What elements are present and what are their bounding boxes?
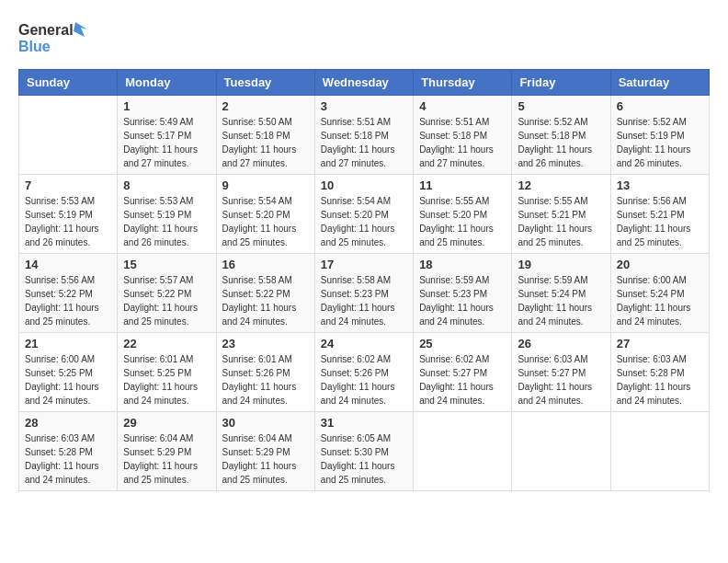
- day-number: 25: [419, 337, 506, 350]
- cell-week4-day4: 24Sunrise: 6:02 AMSunset: 5:26 PMDayligh…: [314, 333, 413, 412]
- header-day-tuesday: Tuesday: [216, 70, 314, 96]
- cell-week2-day2: 8Sunrise: 5:53 AMSunset: 5:19 PMDaylight…: [118, 175, 216, 254]
- day-number: 6: [617, 99, 703, 113]
- cell-week2-day4: 10Sunrise: 5:54 AMSunset: 5:20 PMDayligh…: [314, 175, 413, 254]
- day-info: Sunrise: 5:53 AMSunset: 5:19 PMDaylight:…: [25, 194, 111, 249]
- day-info: Sunrise: 5:49 AMSunset: 5:17 PMDaylight:…: [123, 115, 210, 170]
- day-info: Sunrise: 5:57 AMSunset: 5:22 PMDaylight:…: [123, 273, 210, 328]
- week-row-3: 14Sunrise: 5:56 AMSunset: 5:22 PMDayligh…: [19, 254, 710, 333]
- day-info: Sunrise: 6:00 AMSunset: 5:24 PMDaylight:…: [617, 273, 703, 328]
- cell-week1-day5: 4Sunrise: 5:51 AMSunset: 5:18 PMDaylight…: [414, 96, 512, 175]
- cell-week2-day7: 13Sunrise: 5:56 AMSunset: 5:21 PMDayligh…: [610, 175, 709, 254]
- svg-text:General: General: [18, 22, 74, 38]
- cell-week4-day2: 22Sunrise: 6:01 AMSunset: 5:25 PMDayligh…: [118, 333, 216, 412]
- cell-week2-day1: 7Sunrise: 5:53 AMSunset: 5:19 PMDaylight…: [19, 175, 118, 254]
- day-number: 9: [222, 178, 309, 192]
- day-number: 23: [222, 337, 309, 350]
- cell-week3-day2: 15Sunrise: 5:57 AMSunset: 5:22 PMDayligh…: [118, 254, 216, 333]
- day-info: Sunrise: 5:59 AMSunset: 5:23 PMDaylight:…: [419, 273, 506, 328]
- logo-svg: GeneralBlue: [18, 18, 92, 60]
- day-number: 31: [321, 416, 407, 430]
- day-number: 1: [123, 99, 210, 113]
- cell-week4-day7: 27Sunrise: 6:03 AMSunset: 5:28 PMDayligh…: [610, 333, 709, 412]
- day-info: Sunrise: 5:56 AMSunset: 5:22 PMDaylight:…: [25, 273, 111, 328]
- day-info: Sunrise: 5:53 AMSunset: 5:19 PMDaylight:…: [123, 194, 210, 249]
- day-number: 16: [222, 258, 309, 271]
- cell-week1-day1: [19, 96, 118, 175]
- day-info: Sunrise: 6:00 AMSunset: 5:25 PMDaylight:…: [25, 352, 111, 408]
- day-info: Sunrise: 5:51 AMSunset: 5:18 PMDaylight:…: [419, 115, 506, 170]
- cell-week2-day3: 9Sunrise: 5:54 AMSunset: 5:20 PMDaylight…: [216, 175, 314, 254]
- week-row-5: 28Sunrise: 6:03 AMSunset: 5:28 PMDayligh…: [19, 412, 710, 491]
- header: GeneralBlue: [18, 18, 710, 60]
- cell-week5-day5: [414, 412, 512, 491]
- header-day-wednesday: Wednesday: [314, 70, 413, 96]
- cell-week3-day7: 20Sunrise: 6:00 AMSunset: 5:24 PMDayligh…: [610, 254, 709, 333]
- day-number: 18: [419, 258, 506, 271]
- cell-week1-day7: 6Sunrise: 5:52 AMSunset: 5:19 PMDaylight…: [610, 96, 709, 175]
- day-number: 4: [419, 99, 506, 113]
- day-info: Sunrise: 5:54 AMSunset: 5:20 PMDaylight:…: [321, 194, 407, 249]
- header-day-friday: Friday: [512, 70, 610, 96]
- calendar-table: SundayMondayTuesdayWednesdayThursdayFrid…: [18, 69, 710, 491]
- day-number: 20: [617, 258, 703, 271]
- calendar-header-row: SundayMondayTuesdayWednesdayThursdayFrid…: [19, 70, 710, 96]
- day-number: 27: [617, 337, 703, 350]
- cell-week2-day6: 12Sunrise: 5:55 AMSunset: 5:21 PMDayligh…: [512, 175, 610, 254]
- day-number: 12: [518, 178, 604, 192]
- day-info: Sunrise: 6:01 AMSunset: 5:26 PMDaylight:…: [222, 352, 309, 408]
- day-number: 19: [518, 258, 604, 271]
- day-number: 15: [123, 258, 210, 271]
- day-number: 17: [321, 258, 407, 271]
- day-info: Sunrise: 5:50 AMSunset: 5:18 PMDaylight:…: [222, 115, 309, 170]
- day-info: Sunrise: 6:03 AMSunset: 5:28 PMDaylight:…: [25, 431, 111, 487]
- cell-week2-day5: 11Sunrise: 5:55 AMSunset: 5:20 PMDayligh…: [414, 175, 512, 254]
- cell-week3-day6: 19Sunrise: 5:59 AMSunset: 5:24 PMDayligh…: [512, 254, 610, 333]
- day-number: 21: [25, 337, 111, 350]
- cell-week1-day3: 2Sunrise: 5:50 AMSunset: 5:18 PMDaylight…: [216, 96, 314, 175]
- day-number: 24: [321, 337, 407, 350]
- svg-text:Blue: Blue: [18, 39, 51, 54]
- cell-week3-day4: 17Sunrise: 5:58 AMSunset: 5:23 PMDayligh…: [314, 254, 413, 333]
- day-info: Sunrise: 6:01 AMSunset: 5:25 PMDaylight:…: [123, 352, 210, 408]
- day-number: 28: [25, 416, 111, 430]
- logo: GeneralBlue: [18, 18, 92, 60]
- day-info: Sunrise: 6:04 AMSunset: 5:29 PMDaylight:…: [123, 431, 210, 487]
- cell-week1-day6: 5Sunrise: 5:52 AMSunset: 5:18 PMDaylight…: [512, 96, 610, 175]
- day-info: Sunrise: 5:51 AMSunset: 5:18 PMDaylight:…: [321, 115, 407, 170]
- week-row-2: 7Sunrise: 5:53 AMSunset: 5:19 PMDaylight…: [19, 175, 710, 254]
- day-info: Sunrise: 5:52 AMSunset: 5:18 PMDaylight:…: [518, 115, 604, 170]
- cell-week5-day7: [610, 412, 709, 491]
- day-number: 11: [419, 178, 506, 192]
- day-number: 13: [617, 178, 703, 192]
- day-number: 7: [25, 178, 111, 192]
- day-info: Sunrise: 5:52 AMSunset: 5:19 PMDaylight:…: [617, 115, 703, 170]
- cell-week5-day2: 29Sunrise: 6:04 AMSunset: 5:29 PMDayligh…: [118, 412, 216, 491]
- day-info: Sunrise: 5:56 AMSunset: 5:21 PMDaylight:…: [617, 194, 703, 249]
- day-info: Sunrise: 5:55 AMSunset: 5:20 PMDaylight:…: [419, 194, 506, 249]
- cell-week4-day1: 21Sunrise: 6:00 AMSunset: 5:25 PMDayligh…: [19, 333, 118, 412]
- day-number: 22: [123, 337, 210, 350]
- cell-week3-day5: 18Sunrise: 5:59 AMSunset: 5:23 PMDayligh…: [414, 254, 512, 333]
- day-number: 10: [321, 178, 407, 192]
- day-info: Sunrise: 6:03 AMSunset: 5:28 PMDaylight:…: [617, 352, 703, 408]
- day-info: Sunrise: 6:03 AMSunset: 5:27 PMDaylight:…: [518, 352, 604, 408]
- day-info: Sunrise: 5:54 AMSunset: 5:20 PMDaylight:…: [222, 194, 309, 249]
- cell-week3-day3: 16Sunrise: 5:58 AMSunset: 5:22 PMDayligh…: [216, 254, 314, 333]
- day-info: Sunrise: 6:02 AMSunset: 5:26 PMDaylight:…: [321, 352, 407, 408]
- day-number: 2: [222, 99, 309, 113]
- day-info: Sunrise: 5:59 AMSunset: 5:24 PMDaylight:…: [518, 273, 604, 328]
- day-number: 5: [518, 99, 604, 113]
- week-row-4: 21Sunrise: 6:00 AMSunset: 5:25 PMDayligh…: [19, 333, 710, 412]
- cell-week1-day4: 3Sunrise: 5:51 AMSunset: 5:18 PMDaylight…: [314, 96, 413, 175]
- day-number: 30: [222, 416, 309, 430]
- day-number: 3: [321, 99, 407, 113]
- day-info: Sunrise: 5:58 AMSunset: 5:22 PMDaylight:…: [222, 273, 309, 328]
- day-info: Sunrise: 5:55 AMSunset: 5:21 PMDaylight:…: [518, 194, 604, 249]
- day-number: 26: [518, 337, 604, 350]
- cell-week4-day6: 26Sunrise: 6:03 AMSunset: 5:27 PMDayligh…: [512, 333, 610, 412]
- day-info: Sunrise: 6:04 AMSunset: 5:29 PMDaylight:…: [222, 431, 309, 487]
- day-number: 8: [123, 178, 210, 192]
- header-day-sunday: Sunday: [19, 70, 118, 96]
- cell-week5-day3: 30Sunrise: 6:04 AMSunset: 5:29 PMDayligh…: [216, 412, 314, 491]
